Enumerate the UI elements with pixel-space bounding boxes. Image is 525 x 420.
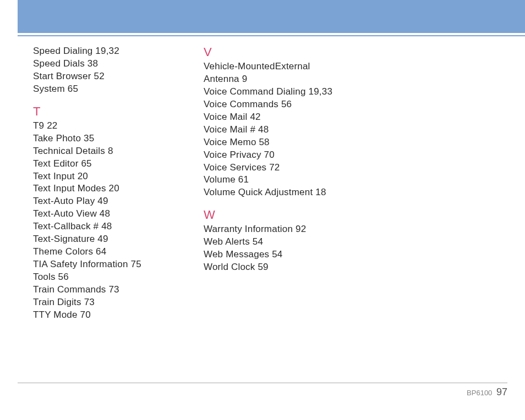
index-entry: T9 22 bbox=[33, 120, 176, 132]
index-entry: Speed Dials 38 bbox=[33, 58, 176, 70]
index-section: VVehicle-MountedExternal Antenna 9Voice … bbox=[204, 45, 347, 199]
header-bar bbox=[18, 0, 525, 33]
index-entry: Voice Memo 58 bbox=[204, 136, 347, 149]
index-entry: Voice Mail # 48 bbox=[204, 124, 347, 136]
index-entry: Text-Auto View 48 bbox=[33, 208, 176, 220]
index-entry: Volume 61 bbox=[204, 174, 347, 186]
index-entry: Volume Quick Adjustment 18 bbox=[204, 186, 347, 199]
index-column-1: Speed Dialing 19,32Speed Dials 38Start B… bbox=[33, 45, 176, 330]
index-entry: Text Input Modes 20 bbox=[33, 183, 176, 195]
index-entry: Text Input 20 bbox=[33, 170, 176, 183]
index-entry: Text-Signature 49 bbox=[33, 233, 176, 246]
section-letter-w: W bbox=[204, 208, 347, 222]
index-entry: Web Alerts 54 bbox=[204, 236, 347, 248]
section-letter-v: V bbox=[204, 45, 347, 59]
index-section: Speed Dialing 19,32Speed Dials 38Start B… bbox=[33, 45, 176, 96]
index-entry: Text-Callback # 48 bbox=[33, 220, 176, 233]
footer-text: BP6100 97 bbox=[18, 386, 507, 398]
index-entry: Text-Auto Play 49 bbox=[33, 195, 176, 208]
index-entry: Warranty Information 92 bbox=[204, 223, 347, 236]
index-entry: Vehicle-MountedExternal Antenna 9 bbox=[204, 60, 347, 86]
index-entry: Voice Privacy 70 bbox=[204, 149, 347, 162]
index-entry: World Clock 59 bbox=[204, 261, 347, 274]
index-entry: Train Digits 73 bbox=[33, 296, 176, 309]
index-entry: Technical Details 8 bbox=[33, 145, 176, 158]
index-entry: TIA Safety Information 75 bbox=[33, 258, 176, 271]
index-entry: Take Photo 35 bbox=[33, 132, 176, 145]
index-entry: Web Messages 54 bbox=[204, 248, 347, 261]
footer-model: BP6100 bbox=[467, 389, 492, 397]
index-entry: Text Editor 65 bbox=[33, 158, 176, 170]
footer-page-number: 97 bbox=[496, 386, 507, 397]
index-entry: Voice Services 72 bbox=[204, 162, 347, 174]
footer-rule bbox=[18, 383, 507, 383]
index-entry: Voice Command Dialing 19,33 bbox=[204, 86, 347, 98]
index-entry: Theme Colors 64 bbox=[33, 246, 176, 258]
index-entry: Speed Dialing 19,32 bbox=[33, 45, 176, 58]
page-footer: BP6100 97 bbox=[18, 383, 507, 398]
index-section: WWarranty Information 92Web Alerts 54Web… bbox=[204, 208, 347, 274]
index-entry: Start Browser 52 bbox=[33, 70, 176, 83]
index-content: Speed Dialing 19,32Speed Dials 38Start B… bbox=[33, 45, 347, 330]
index-entry: Train Commands 73 bbox=[33, 284, 176, 296]
index-entry: System 65 bbox=[33, 83, 176, 96]
index-section: TT9 22Take Photo 35Technical Details 8Te… bbox=[33, 104, 176, 322]
index-entry: Tools 56 bbox=[33, 271, 176, 284]
section-letter-t: T bbox=[33, 104, 176, 119]
index-entry: TTY Mode 70 bbox=[33, 309, 176, 322]
index-column-2: VVehicle-MountedExternal Antenna 9Voice … bbox=[204, 45, 347, 330]
index-entry: Voice Commands 56 bbox=[204, 98, 347, 111]
header-rule bbox=[18, 35, 525, 36]
index-entry: Voice Mail 42 bbox=[204, 111, 347, 124]
